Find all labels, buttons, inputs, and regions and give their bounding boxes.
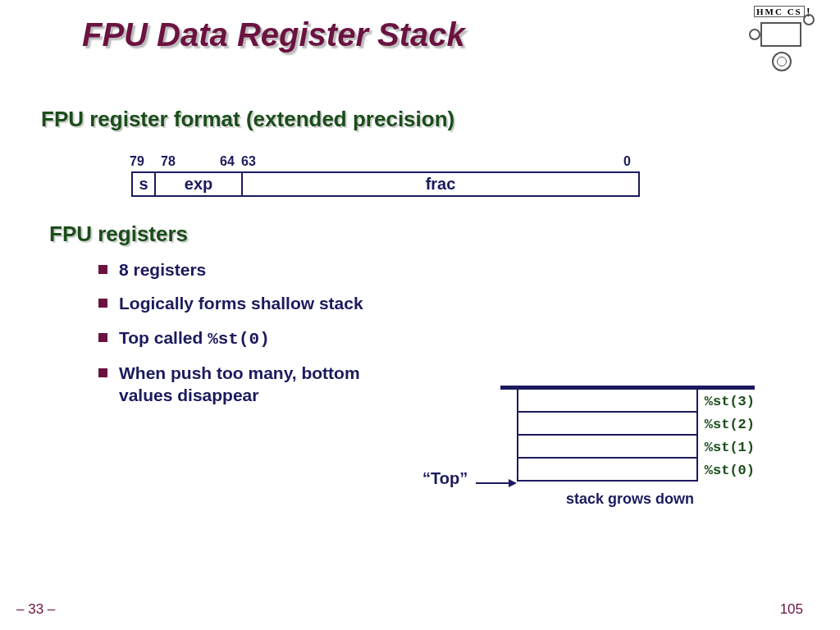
bullet-list: 8 registers Logically forms shallow stac… (98, 258, 394, 418)
stack-grow-text: stack grows down (566, 491, 694, 508)
logo-wheel (772, 52, 792, 71)
stack-cell (517, 436, 698, 459)
slide-title: FPU Data Register Stack (82, 16, 465, 53)
section-title-format: FPU register format (extended precision) (41, 107, 454, 132)
bit-64: 64 (220, 154, 235, 169)
logo-text: HMC CS (754, 6, 805, 17)
logo-arm-left (749, 29, 760, 40)
page-number-right: 105 (780, 601, 803, 618)
stack-label-3: %st(3) (705, 394, 755, 409)
stack-cell (517, 390, 698, 413)
hmc-cs-logo: HMC CS ! (746, 4, 819, 86)
logo-arm-right (803, 14, 815, 25)
section-title-registers: FPU registers (49, 221, 188, 247)
bullet-3-code: %st(0) (208, 330, 270, 349)
top-label: “Top” (422, 469, 468, 488)
stack-row: %st(1) (500, 436, 755, 459)
stack-label-1: %st(1) (705, 440, 755, 455)
stack-diagram: %st(3) %st(2) %st(1) %st(0) stack grows … (500, 386, 755, 482)
bit-position-labels: 79 78 64 63 0 (131, 154, 640, 171)
stack-row: %st(0) (500, 459, 755, 482)
logo-body (760, 22, 801, 47)
bit-0: 0 (623, 154, 631, 169)
bit-63: 63 (241, 154, 256, 169)
stack-label-2: %st(2) (705, 417, 755, 432)
bit-79: 79 (130, 154, 144, 169)
field-frac: frac (243, 173, 638, 195)
bullet-3-text: Top called (119, 328, 208, 347)
stack-cell (517, 459, 698, 482)
page-number-left: – 33 – (16, 601, 55, 618)
stack-row: %st(2) (500, 413, 755, 436)
bit-78: 78 (161, 154, 176, 169)
bullet-3: Top called %st(0) (98, 326, 394, 350)
stack-label-0: %st(0) (705, 463, 755, 478)
stack-cell (517, 413, 698, 436)
bullet-2: Logically forms shallow stack (98, 292, 394, 314)
bullet-1: 8 registers (98, 258, 394, 281)
field-sign: s (133, 173, 156, 195)
register-format-diagram: s exp frac (131, 171, 640, 197)
field-exp: exp (156, 173, 243, 195)
stack-row: %st(3) (500, 390, 755, 413)
bullet-4: When push too many, bottom values disapp… (98, 362, 394, 407)
